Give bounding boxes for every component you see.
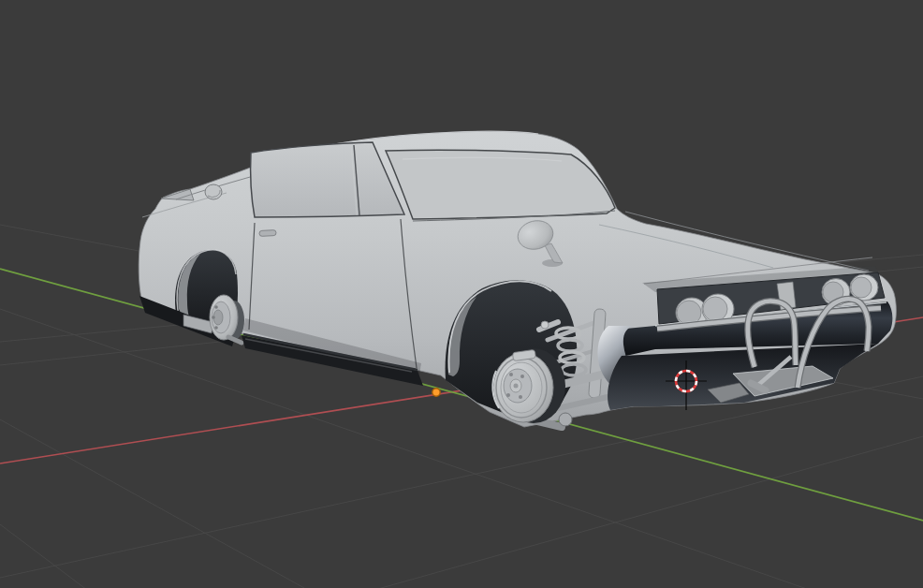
windshield (386, 150, 615, 219)
viewport-3d[interactable] (0, 0, 923, 588)
door-handle (259, 230, 276, 237)
viewport-canvas[interactable] (0, 0, 923, 588)
object-origin-dot (432, 389, 440, 396)
headlight-lens (851, 277, 872, 298)
headlight-lens (703, 297, 727, 321)
